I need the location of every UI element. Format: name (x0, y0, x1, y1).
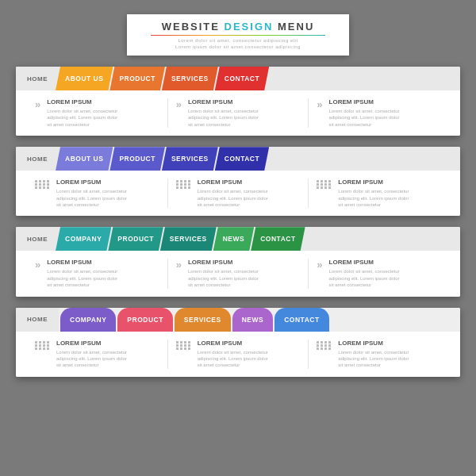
col-title-1-2: LOREM IPSUM (188, 98, 259, 106)
content-col-1-3: » LOREM IPSUM Lorem dolor sit amet, cons… (309, 98, 449, 128)
content-col-2-2: LOREM IPSUM Lorem dolor sit amet, consec… (168, 178, 309, 208)
content-col-3-1: » LOREM IPSUM Lorem dolor sit amet, cons… (27, 259, 168, 288)
arrow-icon-2: » (176, 99, 182, 109)
col-title-4-2: LOREM IPSUM (198, 340, 268, 347)
col-text-2-2: LOREM IPSUM Lorem dolor sit amet, consec… (198, 178, 268, 208)
grid-icon-2 (176, 180, 191, 189)
col-text-1-3: LOREM IPSUM Lorem dolor sit amet, consec… (329, 98, 400, 128)
nav-product-3[interactable]: PRODUCT (108, 227, 163, 251)
arrow-icon-3: » (317, 99, 322, 109)
content-col-2-1: LOREM IPSUM Lorem dolor sit amet, consec… (27, 178, 168, 208)
arrow-icon-3-1: » (35, 259, 40, 270)
content-col-2-3: LOREM IPSUM Lorem dolor sit amet, consec… (309, 178, 449, 208)
nav-contact-3[interactable]: CONTACT (251, 227, 305, 251)
content-col-3-3: » LOREM IPSUM Lorem dolor sit amet, cons… (309, 259, 449, 288)
menu-2: HOME ABOUT US PRODUCT SERVICES CONTACT L… (16, 147, 460, 216)
nav-company-3[interactable]: COMPANY (56, 227, 111, 251)
content-area-1: » LOREM IPSUM Lorem dolor sit amet, cons… (16, 90, 460, 136)
content-area-4: LOREM IPSUM Lorem dolor sit amet, consec… (16, 332, 460, 377)
col-desc-2-3: Lorem dolor sit amet, consecteturadipisc… (338, 188, 409, 208)
col-desc-2-1: Lorem dolor sit amet, consecteturadipisc… (56, 188, 127, 208)
nav-about-1[interactable]: ABOUT US (56, 67, 113, 90)
col-desc-3-3: Lorem dolor sit amet, consecteturadipisc… (329, 268, 400, 288)
col-title-4-3: LOREM IPSUM (338, 340, 409, 347)
col-text-4-1: LOREM IPSUM Lorem dolor sit amet, consec… (56, 340, 127, 369)
col-desc-4-2: Lorem dolor sit amet, consecteturadipisc… (198, 349, 268, 369)
col-desc-1-2: Lorem dolor sit amet, consecteturadipisc… (188, 108, 259, 128)
col-title-3-3: LOREM IPSUM (329, 259, 400, 266)
title-text: WEBSITE DESIGN MENU (151, 21, 325, 33)
nav-contact-2[interactable]: CONTACT (215, 147, 269, 171)
nav-about-2[interactable]: ABOUT US (56, 147, 113, 171)
arrow-icon-3-3: » (317, 259, 322, 270)
nav-contact-1[interactable]: CONTACT (215, 67, 269, 90)
nav-services-3[interactable]: SERVICES (160, 227, 217, 251)
content-col-4-1: LOREM IPSUM Lorem dolor sit amet, consec… (27, 340, 168, 369)
navbar-4: HOME COMPANY PRODUCT SERVICES NEWS CONTA… (16, 308, 460, 332)
navbar-1: HOME ABOUT US PRODUCT SERVICES CONTACT (16, 67, 460, 90)
title-divider (151, 35, 325, 36)
navbar-3: HOME COMPANY PRODUCT SERVICES NEWS CONTA… (16, 227, 460, 251)
title-subtitle2: Lorem ipsum dolor sit amet consectetur a… (151, 44, 325, 49)
nav-home-1[interactable]: HOME (16, 67, 59, 90)
col-desc-2-2: Lorem dolor sit amet, consecteturadipisc… (198, 188, 268, 208)
col-desc-4-1: Lorem dolor sit amet, consecteturadipisc… (56, 349, 127, 369)
nav-product-4[interactable]: PRODUCT (117, 308, 173, 332)
grid-icon-3 (317, 180, 332, 189)
nav-services-1[interactable]: SERVICES (162, 67, 218, 90)
content-col-1-2: » LOREM IPSUM Lorem dolor sit amet, cons… (168, 98, 309, 128)
grid-icon-4-2 (176, 341, 191, 350)
nav-product-1[interactable]: PRODUCT (109, 67, 165, 90)
col-title-4-1: LOREM IPSUM (56, 340, 127, 347)
nav-contact-4[interactable]: CONTACT (274, 308, 328, 332)
col-text-2-1: LOREM IPSUM Lorem dolor sit amet, consec… (56, 178, 127, 208)
col-desc-3-1: Lorem dolor sit amet, consecteturadipisc… (47, 268, 117, 288)
nav-home-3[interactable]: HOME (16, 227, 59, 251)
col-text-4-2: LOREM IPSUM Lorem dolor sit amet, consec… (198, 340, 268, 369)
menu-3: HOME COMPANY PRODUCT SERVICES NEWS CONTA… (16, 227, 460, 296)
col-title-2-2: LOREM IPSUM (198, 178, 268, 186)
nav-home-4[interactable]: HOME (16, 308, 59, 332)
col-text-2-3: LOREM IPSUM Lorem dolor sit amet, consec… (338, 178, 409, 208)
col-title-1-1: LOREM IPSUM (47, 98, 117, 106)
grid-icon-4-3 (317, 341, 332, 350)
grid-icon-4-1 (35, 341, 50, 350)
col-text-1-2: LOREM IPSUM Lorem dolor sit amet, consec… (188, 98, 259, 128)
col-title-2-3: LOREM IPSUM (338, 178, 409, 186)
title-subtitle: Lorem dolor sit amet, consectetur adipis… (151, 38, 325, 43)
nav-company-4[interactable]: COMPANY (60, 308, 116, 332)
content-col-1-1: » LOREM IPSUM Lorem dolor sit amet, cons… (27, 98, 168, 128)
col-text-3-2: LOREM IPSUM Lorem dolor sit amet, consec… (188, 259, 259, 288)
navbar-2: HOME ABOUT US PRODUCT SERVICES CONTACT (16, 147, 460, 171)
col-desc-1-3: Lorem dolor sit amet, consecteturadipisc… (329, 108, 400, 128)
col-text-1-1: LOREM IPSUM Lorem dolor sit amet, consec… (47, 98, 117, 128)
menu-1: HOME ABOUT US PRODUCT SERVICES CONTACT »… (16, 67, 460, 136)
content-area-2: LOREM IPSUM Lorem dolor sit amet, consec… (16, 171, 460, 216)
col-title-1-3: LOREM IPSUM (329, 98, 400, 106)
nav-services-4[interactable]: SERVICES (175, 308, 231, 332)
col-title-3-2: LOREM IPSUM (188, 259, 259, 266)
col-desc-4-3: Lorem dolor sit amet, consecteturadipisc… (338, 349, 409, 369)
col-text-3-3: LOREM IPSUM Lorem dolor sit amet, consec… (329, 259, 400, 288)
nav-services-2[interactable]: SERVICES (162, 147, 218, 171)
arrow-icon-1: » (35, 99, 40, 109)
col-desc-3-2: Lorem dolor sit amet, consecteturadipisc… (188, 268, 259, 288)
nav-news-4[interactable]: NEWS (232, 308, 274, 332)
menu-4: HOME COMPANY PRODUCT SERVICES NEWS CONTA… (16, 308, 460, 377)
arrow-icon-3-2: » (176, 259, 182, 270)
content-area-3: » LOREM IPSUM Lorem dolor sit amet, cons… (16, 251, 460, 296)
col-text-3-1: LOREM IPSUM Lorem dolor sit amet, consec… (47, 259, 117, 288)
nav-product-2[interactable]: PRODUCT (109, 147, 165, 171)
content-col-4-2: LOREM IPSUM Lorem dolor sit amet, consec… (168, 340, 309, 369)
col-text-4-3: LOREM IPSUM Lorem dolor sit amet, consec… (338, 340, 409, 369)
nav-home-2[interactable]: HOME (16, 147, 59, 171)
content-col-3-2: » LOREM IPSUM Lorem dolor sit amet, cons… (168, 259, 309, 288)
nav-news-3[interactable]: NEWS (213, 227, 255, 251)
col-title-2-1: LOREM IPSUM (56, 178, 127, 186)
content-col-4-3: LOREM IPSUM Lorem dolor sit amet, consec… (309, 340, 449, 369)
title-banner: WEBSITE DESIGN MENU Lorem dolor sit amet… (127, 14, 349, 56)
col-desc-1-1: Lorem dolor sit amet, consecteturadipisc… (47, 108, 117, 128)
col-title-3-1: LOREM IPSUM (47, 259, 117, 266)
grid-icon-1 (35, 180, 50, 189)
